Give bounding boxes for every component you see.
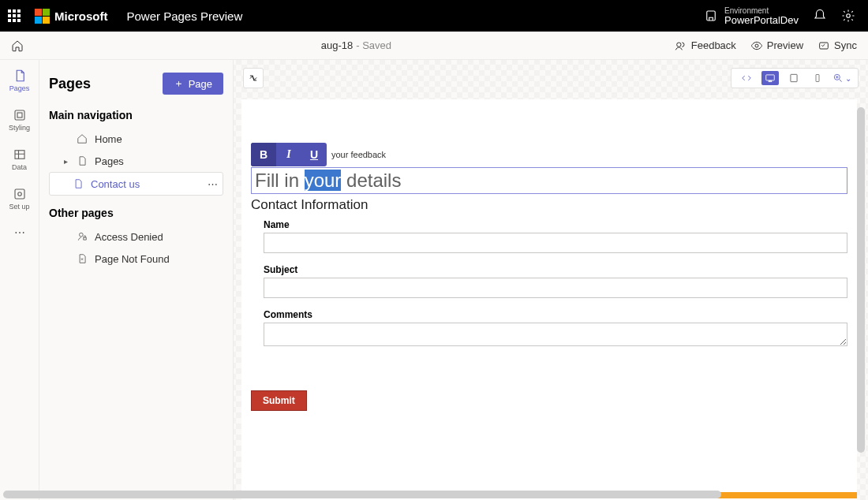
add-page-button[interactable]: ＋ Page xyxy=(163,73,223,95)
svg-rect-7 xyxy=(15,151,24,159)
brand-label: Microsoft xyxy=(54,9,108,23)
desktop-view-icon[interactable] xyxy=(761,71,779,85)
zoom-control[interactable]: ⌄ xyxy=(832,73,851,84)
home-button[interactable] xyxy=(11,39,38,52)
rail-pages[interactable]: Pages xyxy=(0,66,39,95)
name-input[interactable] xyxy=(264,233,847,253)
left-rail: Pages Styling Data Set up ⋯ xyxy=(0,60,39,500)
main-nav-label: Main navigation xyxy=(49,109,223,121)
svg-rect-0 xyxy=(707,11,716,21)
tablet-view-icon[interactable] xyxy=(785,71,803,85)
feedback-button[interactable]: Feedback xyxy=(675,39,736,52)
field-name: Name xyxy=(264,219,847,253)
heading-post: details xyxy=(341,170,401,191)
sync-button[interactable]: Sync xyxy=(817,39,857,52)
rail-styling[interactable]: Styling xyxy=(0,106,39,134)
rail-setup-label: Set up xyxy=(9,203,29,211)
tree-home[interactable]: Home xyxy=(49,128,223,150)
tree-access-denied[interactable]: Access Denied xyxy=(49,226,223,248)
svg-point-1 xyxy=(847,14,851,18)
environment-value: PowerPortalDev xyxy=(724,15,799,26)
tree-access-label: Access Denied xyxy=(95,231,163,243)
comments-input[interactable] xyxy=(264,323,847,346)
comments-label: Comments xyxy=(264,309,847,320)
toolbar-hint: your feedback xyxy=(331,150,386,159)
microsoft-logo-icon xyxy=(35,9,50,24)
app-launcher-icon[interactable] xyxy=(8,9,21,22)
page-error-icon xyxy=(76,252,88,265)
submit-label: Submit xyxy=(263,395,295,406)
rail-more-icon[interactable]: ⋯ xyxy=(0,224,39,241)
more-options-icon[interactable]: ⋯ xyxy=(208,178,218,190)
chevron-right-icon[interactable]: ▸ xyxy=(62,157,69,166)
bold-button[interactable]: B xyxy=(251,143,276,166)
sync-label: Sync xyxy=(834,39,857,51)
subject-input[interactable] xyxy=(264,278,847,298)
field-subject: Subject xyxy=(264,264,847,298)
svg-rect-12 xyxy=(769,81,772,82)
command-bar: aug-18 - Saved Feedback Preview Sync xyxy=(0,32,868,60)
tree-not-found[interactable]: Page Not Found xyxy=(49,248,223,270)
submit-button[interactable]: Submit xyxy=(251,390,307,411)
heading-editor[interactable]: Fill in your details xyxy=(251,167,847,194)
svg-point-10 xyxy=(80,233,84,237)
save-status: - Saved xyxy=(356,39,391,51)
tree-notfound-label: Page Not Found xyxy=(95,253,170,265)
svg-rect-5 xyxy=(15,110,24,120)
svg-rect-14 xyxy=(816,75,819,82)
settings-icon[interactable] xyxy=(841,9,855,23)
design-canvas-wrap: ⌄ B I U your feedback Fill in your detai… xyxy=(234,60,868,500)
document-name[interactable]: aug-18 xyxy=(321,39,353,51)
tree-pages-label: Pages xyxy=(95,155,124,167)
viewport-switcher: ⌄ xyxy=(731,68,859,88)
svg-point-9 xyxy=(17,192,21,196)
pages-panel: Pages ＋ Page Main navigation Home ▸ Page… xyxy=(39,60,234,500)
expand-icon[interactable] xyxy=(243,68,264,88)
form-subhead: Contact Information xyxy=(251,197,847,213)
svg-rect-11 xyxy=(766,75,775,80)
add-page-label: Page xyxy=(189,78,212,90)
svg-rect-6 xyxy=(17,113,22,118)
environment-picker[interactable]: Environment PowerPortalDev xyxy=(704,6,799,26)
canvas-scrollbar[interactable] xyxy=(857,107,865,453)
rail-data[interactable]: Data xyxy=(0,145,39,174)
rail-styling-label: Styling xyxy=(9,124,30,132)
subject-label: Subject xyxy=(264,264,847,275)
preview-button[interactable]: Preview xyxy=(750,39,803,52)
rail-setup[interactable]: Set up xyxy=(0,185,39,213)
product-label: Power Pages Preview xyxy=(127,9,243,23)
italic-button[interactable]: I xyxy=(276,143,301,166)
app-topbar: Microsoft Power Pages Preview Environmen… xyxy=(0,0,868,32)
heading-pre: Fill in xyxy=(255,170,305,191)
rail-pages-label: Pages xyxy=(9,84,30,92)
preview-label: Preview xyxy=(767,39,803,51)
environment-label: Environment xyxy=(724,6,799,15)
canvas-toolbar: ⌄ xyxy=(243,66,859,90)
name-label: Name xyxy=(264,219,847,230)
svg-point-3 xyxy=(755,44,758,47)
heading-selection: your xyxy=(305,170,342,191)
chevron-down-icon: ⌄ xyxy=(845,74,851,83)
field-comments: Comments xyxy=(264,309,847,349)
mobile-view-icon[interactable] xyxy=(809,71,826,85)
tree-contact-us[interactable]: Contact us ⋯ xyxy=(49,172,223,196)
svg-rect-8 xyxy=(15,189,24,199)
underline-button[interactable]: U xyxy=(301,143,327,166)
main-area: Pages Styling Data Set up ⋯ Pages ＋ Page… xyxy=(0,60,868,500)
svg-point-2 xyxy=(676,43,680,47)
tree-pages[interactable]: ▸ Pages xyxy=(49,150,223,172)
text-format-toolbar: B I U your feedback xyxy=(251,143,386,166)
feedback-label: Feedback xyxy=(691,39,736,51)
lock-user-icon xyxy=(76,230,88,243)
tree-contact-label: Contact us xyxy=(91,178,140,190)
page-icon xyxy=(76,155,88,167)
horizontal-scrollbar[interactable] xyxy=(3,491,721,498)
notifications-icon[interactable] xyxy=(813,9,827,23)
code-view-icon[interactable] xyxy=(738,71,755,85)
environment-icon xyxy=(704,9,718,23)
page-icon xyxy=(72,177,84,190)
plus-icon: ＋ xyxy=(174,76,184,91)
tree-home-label: Home xyxy=(95,133,122,145)
svg-rect-13 xyxy=(791,74,797,81)
panel-title: Pages xyxy=(49,76,91,92)
